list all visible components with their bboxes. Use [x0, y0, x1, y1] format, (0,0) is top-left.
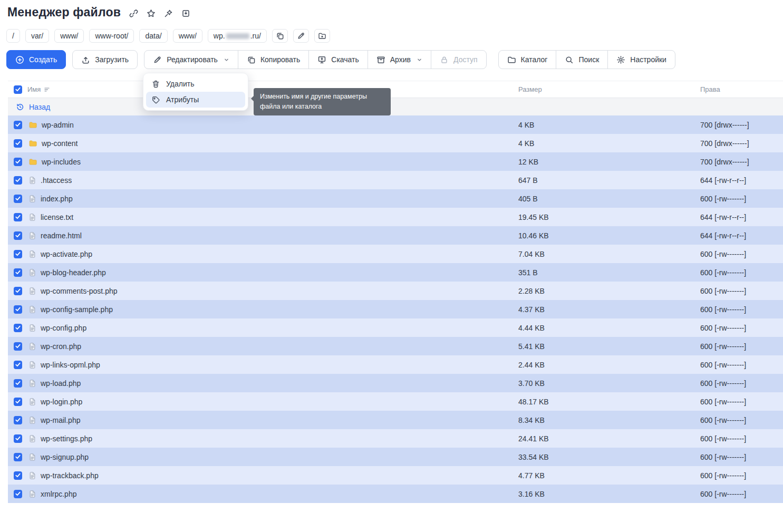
row-checkbox[interactable] [14, 490, 22, 498]
settings-button[interactable]: Настройки [607, 50, 675, 69]
file-name[interactable]: wp-includes [42, 158, 81, 166]
row-checkbox[interactable] [14, 231, 22, 240]
table-row[interactable]: .htaccess 647 B 644 [-rw-r--r--] [8, 171, 783, 189]
file-name[interactable]: wp-cron.php [41, 342, 81, 351]
breadcrumb-data[interactable]: data/ [139, 29, 167, 43]
favorite-folder-button[interactable] [314, 29, 330, 43]
file-name[interactable]: readme.html [41, 231, 82, 240]
file-size: 405 B [518, 195, 700, 203]
row-checkbox[interactable] [14, 342, 22, 351]
row-checkbox[interactable] [14, 195, 22, 203]
table-row[interactable]: wp-mail.php 8.34 KB 600 [-rw-------] [8, 411, 783, 429]
download-button[interactable]: Скачать [308, 50, 368, 69]
breadcrumb-www2[interactable]: www/ [173, 29, 202, 43]
star-icon[interactable] [147, 9, 156, 18]
table-row[interactable]: wp-load.php 3.70 KB 600 [-rw-------] [8, 374, 783, 392]
row-checkbox[interactable] [14, 268, 22, 277]
archive-button[interactable]: Архив [368, 50, 431, 69]
table-row[interactable]: wp-trackback.php 4.77 KB 600 [-rw-------… [8, 466, 783, 485]
file-icon [28, 434, 36, 443]
table-row[interactable]: wp-config.php 4.44 KB 600 [-rw-------] [8, 318, 783, 337]
row-checkbox[interactable] [14, 305, 22, 314]
file-size: 48.17 KB [518, 398, 700, 406]
edit-path-button[interactable] [293, 29, 309, 43]
table-row[interactable]: wp-activate.php 7.04 KB 600 [-rw-------] [8, 245, 783, 263]
table-row[interactable]: wp-comments-post.php 2.28 KB 600 [-rw---… [8, 282, 783, 300]
row-checkbox[interactable] [14, 250, 22, 258]
file-name[interactable]: wp-content [42, 139, 78, 148]
table-row[interactable]: wp-settings.php 24.41 KB 600 [-rw-------… [8, 429, 783, 448]
row-checkbox[interactable] [14, 416, 22, 424]
edit-button[interactable]: Редактировать [144, 50, 238, 69]
table-row[interactable]: wp-blog-header.php 351 B 600 [-rw-------… [8, 263, 783, 282]
file-name[interactable]: wp-comments-post.php [41, 287, 118, 295]
link-icon[interactable] [129, 9, 138, 18]
file-name[interactable]: wp-admin [42, 121, 74, 129]
menu-item-delete[interactable]: Удалить [146, 76, 245, 92]
menu-item-attributes[interactable]: Атрибуты [146, 92, 245, 108]
file-size: 5.41 KB [518, 342, 700, 351]
file-name[interactable]: wp-load.php [41, 379, 81, 388]
table-row[interactable]: wp-admin 4 KB 700 [drwx------] [8, 115, 783, 134]
row-checkbox[interactable] [14, 324, 22, 332]
copy-button[interactable]: Копировать [238, 50, 309, 69]
export-icon[interactable] [181, 9, 190, 18]
file-name[interactable]: license.txt [41, 213, 73, 221]
table-row[interactable]: wp-config-sample.php 4.37 KB 600 [-rw---… [8, 300, 783, 318]
row-checkbox[interactable] [14, 121, 22, 129]
file-name[interactable]: .htaccess [41, 176, 72, 185]
table-row[interactable]: wp-content 4 KB 700 [drwx------] [8, 134, 783, 152]
breadcrumb-domain[interactable]: wp. .ru/ [208, 29, 267, 43]
table-row[interactable]: wp-includes 12 KB 700 [drwx------] [8, 152, 783, 171]
table-row[interactable]: wp-signup.php 33.54 KB 600 [-rw-------] [8, 448, 783, 466]
file-name[interactable]: index.php [41, 195, 73, 203]
column-header-name[interactable]: Имя [27, 85, 41, 93]
breadcrumb-www-root[interactable]: www-root/ [89, 29, 134, 43]
file-name[interactable]: wp-activate.php [41, 250, 92, 258]
file-name[interactable]: wp-signup.php [41, 453, 89, 461]
file-name[interactable]: xmlrpc.php [41, 490, 76, 498]
back-row[interactable]: Назад [8, 98, 783, 115]
search-button[interactable]: Поиск [556, 50, 608, 69]
breadcrumb-www[interactable]: www/ [54, 29, 84, 43]
table-row[interactable]: xmlrpc.php 3.16 KB 600 [-rw-------] [8, 485, 783, 503]
row-checkbox[interactable] [14, 139, 22, 148]
catalog-button[interactable]: Каталог [498, 50, 557, 69]
row-checkbox[interactable] [14, 453, 22, 461]
sort-icon[interactable] [44, 86, 50, 93]
row-checkbox[interactable] [14, 398, 22, 406]
column-header-size[interactable]: Размер [518, 85, 700, 93]
table-row[interactable]: wp-links-opml.php 2.44 KB 600 [-rw------… [8, 355, 783, 374]
breadcrumb-var[interactable]: var/ [25, 29, 49, 43]
table-row[interactable]: readme.html 10.46 KB 644 [-rw-r--r--] [8, 226, 783, 245]
file-rights: 644 [-rw-r--r--] [700, 213, 783, 221]
file-name[interactable]: wp-login.php [41, 398, 82, 406]
row-checkbox[interactable] [14, 213, 22, 221]
table-row[interactable]: wp-cron.php 5.41 KB 600 [-rw-------] [8, 337, 783, 355]
row-checkbox[interactable] [14, 361, 22, 369]
table-row[interactable]: index.php 405 B 600 [-rw-------] [8, 189, 783, 208]
row-checkbox[interactable] [14, 176, 22, 185]
row-checkbox[interactable] [14, 287, 22, 295]
column-header-rights[interactable]: Права [700, 85, 783, 93]
row-checkbox[interactable] [14, 158, 22, 166]
table-row[interactable]: license.txt 19.45 KB 644 [-rw-r--r--] [8, 208, 783, 226]
file-name[interactable]: wp-config-sample.php [41, 305, 113, 314]
file-name[interactable]: wp-mail.php [41, 416, 80, 424]
row-checkbox[interactable] [14, 434, 22, 443]
pin-icon[interactable] [164, 9, 173, 18]
select-all-checkbox[interactable] [14, 85, 22, 94]
file-name[interactable]: wp-trackback.php [41, 471, 99, 480]
table-row[interactable]: wp-login.php 48.17 KB 600 [-rw-------] [8, 392, 783, 411]
file-name[interactable]: wp-settings.php [41, 434, 92, 443]
file-name[interactable]: wp-blog-header.php [41, 268, 106, 277]
row-checkbox[interactable] [14, 379, 22, 388]
copy-path-button[interactable] [272, 29, 288, 43]
upload-button[interactable]: Загрузить [72, 50, 138, 69]
download-label: Скачать [331, 55, 359, 64]
create-button[interactable]: Создать [6, 50, 66, 69]
row-checkbox[interactable] [14, 471, 22, 480]
file-name[interactable]: wp-links-opml.php [41, 361, 100, 369]
file-name[interactable]: wp-config.php [41, 324, 86, 332]
breadcrumb-root[interactable]: / [6, 29, 20, 43]
